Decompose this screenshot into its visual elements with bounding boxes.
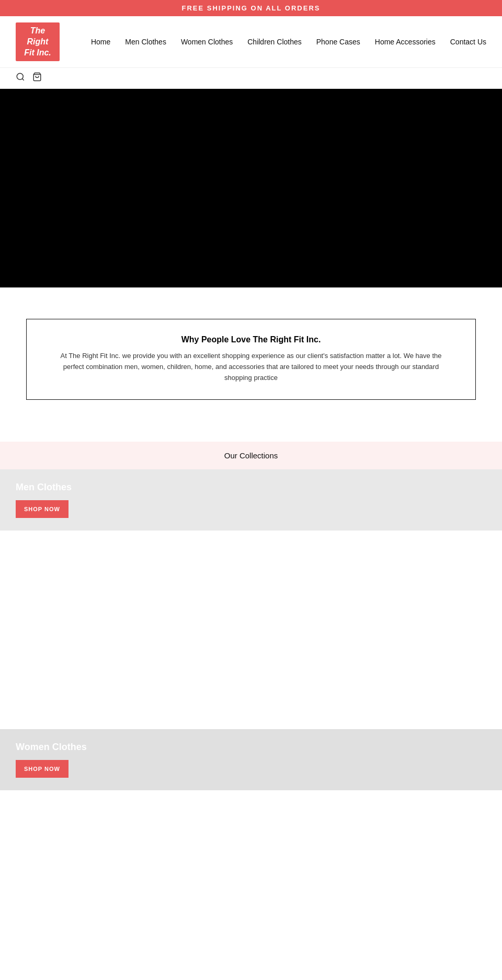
- cart-icon[interactable]: [32, 72, 42, 84]
- men-clothes-shop-button[interactable]: SHOP NOW: [16, 500, 69, 518]
- women-clothes-image: [0, 790, 502, 980]
- why-description: At The Right Fit Inc. we provide you wit…: [58, 351, 444, 383]
- banner-text: FREE SHIPPING ON ALL ORDERS: [182, 4, 321, 12]
- hero-image: [0, 89, 502, 287]
- nav-children-clothes[interactable]: Children Clothes: [247, 38, 302, 46]
- search-icon[interactable]: [16, 72, 25, 84]
- icon-row: [0, 68, 502, 89]
- nav-phone-cases[interactable]: Phone Cases: [316, 38, 360, 46]
- women-clothes-shop-button[interactable]: SHOP NOW: [16, 760, 69, 778]
- nav-contact-us[interactable]: Contact Us: [450, 38, 486, 46]
- svg-point-0: [17, 74, 23, 80]
- nav-women-clothes[interactable]: Women Clothes: [181, 38, 233, 46]
- main-nav: Home Men Clothes Women Clothes Children …: [91, 38, 486, 46]
- collections-heading: Our Collections: [0, 442, 502, 469]
- nav-men-clothes[interactable]: Men Clothes: [125, 38, 166, 46]
- svg-line-1: [22, 79, 24, 80]
- men-clothes-title: Men Clothes: [16, 482, 486, 493]
- women-clothes-title: Women Clothes: [16, 742, 486, 753]
- collections-heading-text: Our Collections: [224, 451, 278, 460]
- logo[interactable]: The Right Fit Inc.: [16, 22, 60, 61]
- header: The Right Fit Inc. Home Men Clothes Wome…: [0, 16, 502, 68]
- why-box: Why People Love The Right Fit Inc. At Th…: [26, 319, 476, 399]
- men-clothes-image: [0, 531, 502, 729]
- why-title: Why People Love The Right Fit Inc.: [58, 335, 444, 344]
- logo-line1: The Right: [21, 26, 54, 48]
- top-banner: FREE SHIPPING ON ALL ORDERS: [0, 0, 502, 16]
- nav-home-accessories[interactable]: Home Accessories: [375, 38, 436, 46]
- nav-home[interactable]: Home: [91, 38, 110, 46]
- why-section: Why People Love The Right Fit Inc. At Th…: [0, 287, 502, 420]
- women-clothes-card: Women Clothes SHOP NOW: [0, 729, 502, 790]
- men-clothes-card: Men Clothes SHOP NOW: [0, 469, 502, 531]
- logo-line2: Fit Inc.: [21, 48, 54, 59]
